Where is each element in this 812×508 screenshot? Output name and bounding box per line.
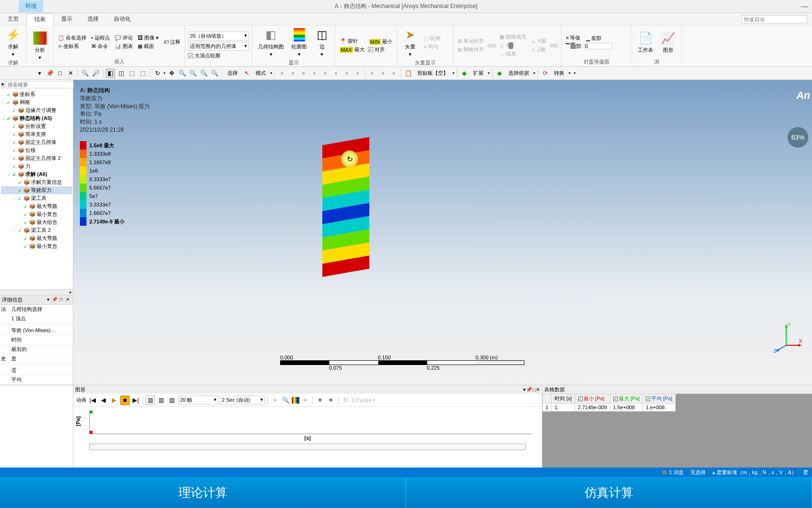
zoom4-icon[interactable]: 🔍	[210, 69, 219, 78]
vertex-outline-check[interactable]: ✓大顶点轮廓	[188, 52, 249, 59]
viewport[interactable]: A: 静态结构 等效应力 类型: 等效 (Von-Mises) 应力 单位: P…	[73, 80, 812, 385]
zoom3-icon[interactable]: 🔍	[199, 69, 209, 78]
shade-icon[interactable]: ◧	[106, 69, 115, 78]
tree-item[interactable]: ✓📦固定主几何体 2	[1, 154, 72, 162]
mode1-icon[interactable]: ▥	[146, 396, 155, 405]
convert-label[interactable]: 转换	[551, 69, 567, 78]
sel-box-icon[interactable]: ⬚	[138, 69, 148, 78]
selectby-label[interactable]: 选择依据	[506, 69, 532, 78]
min-button[interactable]: MIN最小	[368, 38, 394, 46]
details-row[interactable]: 法几何结构选择	[0, 305, 73, 314]
persp-icon[interactable]: ⬚	[127, 69, 137, 78]
quick-launch-input[interactable]	[742, 15, 807, 24]
details-close-icon[interactable]: ✕	[64, 297, 71, 303]
menu-results[interactable]: 结果	[26, 13, 54, 25]
orientation-triad[interactable]: Y X Z	[770, 322, 803, 357]
units-status[interactable]: ▴ 度量标准（m，kg，N，s，V，A）	[712, 469, 796, 476]
graph-dock-icon[interactable]: □	[532, 387, 536, 392]
messages-status[interactable]: 🔅 1 消息	[661, 469, 684, 476]
tree-item[interactable]: ✓📦坐标系	[1, 90, 72, 98]
tree-item[interactable]: ✓📦最小复合	[1, 210, 72, 218]
pin2-icon[interactable]: 📌	[45, 69, 55, 78]
f7-icon[interactable]: ▫	[342, 69, 351, 78]
tree-item[interactable]: -✓📦求解 (A6)	[1, 170, 72, 178]
pin-icon[interactable]: ▾	[35, 69, 44, 78]
menu-display[interactable]: 显示	[54, 13, 80, 25]
f8-icon[interactable]: ▫	[353, 69, 362, 78]
iso-value-input[interactable]	[585, 43, 613, 49]
iso-value-button[interactable]: ≡等值	[564, 34, 583, 42]
tree-item[interactable]: ✓📦固定主几何体	[1, 138, 72, 146]
tree-item[interactable]: ✓📦最大弯曲	[1, 202, 72, 210]
worksheet-button[interactable]: 📄工作表	[635, 30, 656, 55]
section-button[interactable]: ▦截面	[136, 42, 160, 50]
max-button[interactable]: MAX最大	[338, 46, 366, 54]
menu-home[interactable]: 主页	[0, 13, 26, 25]
dock-icon[interactable]: □	[55, 69, 65, 78]
g1-icon[interactable]: ▫	[270, 396, 280, 405]
details-row[interactable]: 史是	[0, 354, 73, 364]
graph-body[interactable]: [Pa] [s]	[73, 407, 542, 468]
details-row[interactable]: 1 顶点	[0, 314, 73, 324]
tree-item[interactable]: -✓📦梁工具	[1, 194, 72, 202]
mode-label[interactable]: 模式	[253, 69, 269, 78]
selectby-icon[interactable]: ◆	[495, 69, 504, 78]
g6-icon[interactable]: ≡	[326, 396, 336, 405]
col-min[interactable]: ✓最小 [Pa]	[575, 394, 610, 404]
play-icon[interactable]: ▶	[109, 396, 119, 405]
f2-icon[interactable]: ▫	[288, 69, 297, 78]
tree-item[interactable]: ✓📦力	[1, 162, 72, 170]
graph-pin-icon[interactable]: 📌	[526, 387, 532, 393]
frames-combo[interactable]: 20 帧▾	[178, 396, 219, 405]
tree-item[interactable]: ✓📦位移	[1, 146, 72, 154]
last-frame-icon[interactable]: ▶|	[131, 396, 141, 405]
clipboard-icon[interactable]: 📋	[404, 69, 413, 78]
convert-icon[interactable]: ⟳	[540, 69, 550, 78]
select-label[interactable]: 选择	[225, 69, 241, 78]
details-row[interactable]: 等效 (Von-Mises) ...	[0, 326, 73, 335]
f4-icon[interactable]: ▫	[310, 69, 319, 78]
f10-icon[interactable]: ▫	[378, 69, 388, 78]
analyze-button[interactable]: 分析 ▾	[30, 30, 50, 62]
f9-icon[interactable]: ▫	[367, 69, 377, 78]
filter-button[interactable]: ▾	[1, 81, 5, 88]
g3-icon[interactable]	[292, 397, 299, 404]
table-row[interactable]: 1 1. 2.7149e-009 1.5e+008 1.e+008	[543, 404, 676, 412]
tree-item[interactable]: ✓📦求解方案信息	[1, 178, 72, 186]
details-dock-icon[interactable]: □	[58, 297, 64, 303]
contour-legend[interactable]: 1.5e8 最大1.3333e81.1667e81e88.3333e76.666…	[80, 141, 125, 226]
col-max[interactable]: ✓最大 [Pa]	[610, 394, 643, 404]
chart-button[interactable]: 📊图表	[113, 42, 134, 50]
bottom-button[interactable]: ▁底部	[585, 34, 613, 42]
details-dropdown-icon[interactable]: ▾	[45, 297, 51, 303]
results-table[interactable]: 时间 [s] ✓最小 [Pa] ✓最大 [Pa] ✓平均 [Pa] 1 1. 2…	[542, 394, 676, 412]
extend-label[interactable]: 扩展	[470, 69, 486, 78]
duration-combo[interactable]: 2 Sec (自动)▾	[220, 396, 265, 405]
stop-icon[interactable]: ■	[120, 396, 130, 405]
image-button[interactable]: 🖼图像▾	[136, 34, 160, 42]
f1-icon[interactable]: ▫	[277, 69, 287, 78]
zoom1-icon[interactable]: 🔍	[178, 69, 187, 78]
named-selection-button[interactable]: 📋命名选择	[56, 34, 88, 42]
f6-icon[interactable]: ▫	[331, 69, 341, 78]
vector-button[interactable]: ➤矢量▾	[400, 26, 421, 58]
g5-icon[interactable]: ≡	[315, 396, 325, 405]
mode2-icon[interactable]: ▥	[156, 396, 166, 405]
details-pin-icon[interactable]: 📌	[51, 297, 58, 303]
tree-item[interactable]: ✓📦边缘尺寸调整	[1, 106, 72, 114]
geometry-button[interactable]: ◧几何结构图▾	[255, 26, 287, 58]
search-input[interactable]	[6, 81, 74, 88]
mode3-icon[interactable]: ▥	[167, 396, 177, 405]
col-idx[interactable]	[543, 394, 552, 404]
context-tab-environment[interactable]: 环境	[19, 0, 43, 12]
tree-item[interactable]: -✓📦梁工具 2	[1, 226, 72, 234]
g7-icon[interactable]: ↻	[341, 396, 350, 405]
cursor-icon[interactable]: ↖	[242, 69, 251, 78]
scope-combo[interactable]: 适用范围内的几何体▾	[188, 42, 249, 51]
tree-item[interactable]: ✓📦最小复合	[1, 242, 72, 250]
outline-tree[interactable]: ✓📦坐标系-✓📦网格✓📦边缘尺寸调整-✓📦静态结构 (A5)✓📦分析设置✓📦简单…	[0, 89, 73, 289]
col-time[interactable]: 时间 [s]	[552, 394, 575, 404]
probe-button[interactable]: 📍探针	[338, 37, 366, 45]
details-row[interactable]: 最后的	[0, 345, 73, 354]
tree-item[interactable]: ✓📦最大组合	[1, 218, 72, 226]
